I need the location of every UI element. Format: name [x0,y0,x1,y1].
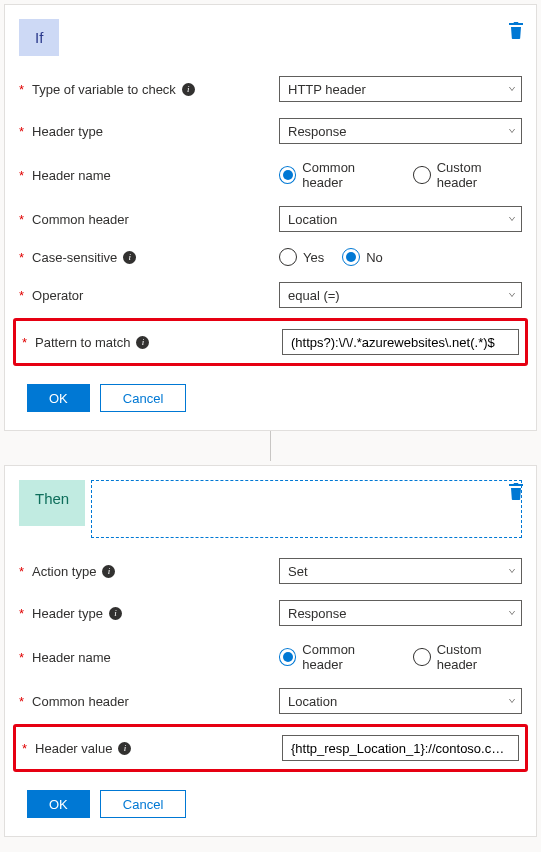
info-icon[interactable]: i [109,607,122,620]
type-of-variable-select[interactable]: HTTP header [279,76,522,102]
info-icon[interactable]: i [118,742,131,755]
operator-select[interactable]: equal (=) [279,282,522,308]
row-type-of-variable: *Type of variable to checki HTTP header [19,68,522,110]
label-action-type: Action type [32,564,96,579]
row-then-common-header: *Common header Location [19,680,522,722]
row-then-header-type: *Header typei Response [19,592,522,634]
delete-if-button[interactable] [508,21,524,42]
if-buttons: OK Cancel [19,384,522,412]
chevron-down-icon [509,611,515,615]
radio-then-common-header[interactable]: Common header [279,642,395,672]
label-header-value: Header value [35,741,112,756]
connector-line [270,431,271,461]
label-then-header-type: Header type [32,606,103,621]
info-icon[interactable]: i [182,83,195,96]
chevron-down-icon [509,293,515,297]
row-pattern: *Pattern to matchi [22,325,519,359]
common-header-select[interactable]: Location [279,206,522,232]
cancel-button[interactable]: Cancel [100,790,186,818]
info-icon[interactable]: i [123,251,136,264]
row-header-type: *Header type Response [19,110,522,152]
radio-custom-header[interactable]: Custom header [413,160,522,190]
trash-icon [508,482,524,500]
row-header-name: *Header name Common header Custom header [19,152,522,198]
row-header-value: *Header valuei [22,731,519,765]
radio-yes[interactable]: Yes [279,248,324,266]
row-then-header-name: *Header name Common header Custom header [19,634,522,680]
label-then-header-name: Header name [32,650,111,665]
header-value-highlight: *Header valuei [13,724,528,772]
chevron-down-icon [509,87,515,91]
ok-button[interactable]: OK [27,790,90,818]
action-type-select[interactable]: Set [279,558,522,584]
chevron-down-icon [509,217,515,221]
radio-icon [413,648,430,666]
cancel-button[interactable]: Cancel [100,384,186,412]
label-then-common-header: Common header [32,694,129,709]
then-card: Then *Action typei Set *Header typei Res… [4,465,537,837]
then-common-header-select[interactable]: Location [279,688,522,714]
pattern-highlight: *Pattern to matchi [13,318,528,366]
if-card: If *Type of variable to checki HTTP head… [4,4,537,431]
label-operator: Operator [32,288,83,303]
label-common-header: Common header [32,212,129,227]
chevron-down-icon [509,129,515,133]
then-drop-zone[interactable] [91,480,522,538]
radio-icon [279,648,296,666]
header-type-select[interactable]: Response [279,118,522,144]
pattern-input[interactable] [282,329,519,355]
chevron-down-icon [509,699,515,703]
delete-then-button[interactable] [508,482,524,503]
info-icon[interactable]: i [102,565,115,578]
radio-icon [279,248,297,266]
header-value-input[interactable] [282,735,519,761]
then-buttons: OK Cancel [19,790,522,818]
radio-then-custom-header[interactable]: Custom header [413,642,522,672]
label-header-type: Header type [32,124,103,139]
radio-common-header[interactable]: Common header [279,160,395,190]
info-icon[interactable]: i [136,336,149,349]
row-case-sensitive: *Case-sensitivei Yes No [19,240,522,274]
required-marker: * [19,82,24,97]
label-case-sensitive: Case-sensitive [32,250,117,265]
radio-icon [413,166,430,184]
chevron-down-icon [509,569,515,573]
row-action-type: *Action typei Set [19,550,522,592]
row-common-header: *Common header Location [19,198,522,240]
then-header-type-select[interactable]: Response [279,600,522,626]
label-type-of-variable: Type of variable to check [32,82,176,97]
row-operator: *Operator equal (=) [19,274,522,316]
trash-icon [508,21,524,39]
if-block-label: If [19,19,59,56]
label-header-name: Header name [32,168,111,183]
then-block-label: Then [19,480,85,526]
radio-icon [342,248,360,266]
label-pattern: Pattern to match [35,335,130,350]
ok-button[interactable]: OK [27,384,90,412]
radio-icon [279,166,296,184]
radio-no[interactable]: No [342,248,383,266]
